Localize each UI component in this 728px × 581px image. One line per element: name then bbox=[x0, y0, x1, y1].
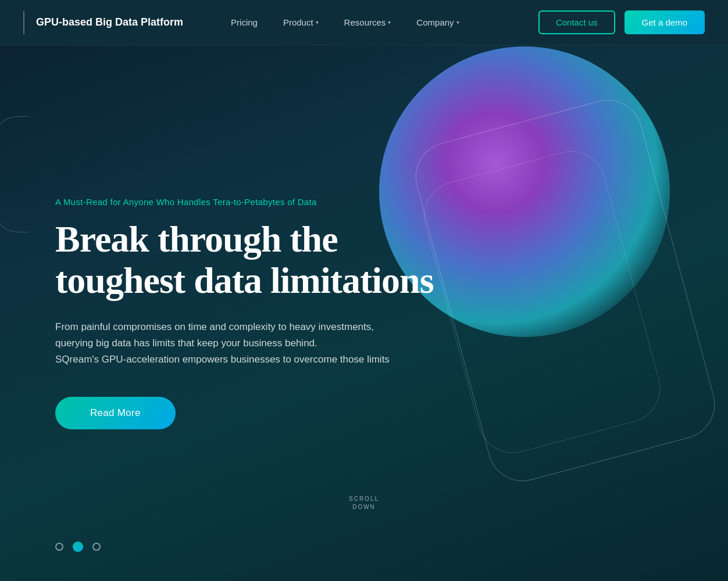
slide-dot-1[interactable] bbox=[55, 543, 63, 551]
chevron-down-icon: ▾ bbox=[456, 19, 459, 26]
nav-link-product[interactable]: Product ▾ bbox=[270, 0, 331, 45]
scroll-text-line2: DOWN bbox=[349, 503, 379, 511]
slide-dot-2[interactable] bbox=[73, 541, 83, 552]
navbar: GPU-based Big Data Platform Pricing Prod… bbox=[0, 0, 728, 45]
decorative-shape-2 bbox=[416, 144, 668, 461]
hero-description: From painful compromises on time and com… bbox=[55, 319, 416, 368]
nav-links: Pricing Product ▾ Resources ▾ Company ▾ bbox=[218, 0, 538, 45]
contact-us-button[interactable]: Contact us bbox=[538, 10, 615, 34]
chevron-down-icon: ▾ bbox=[316, 19, 319, 26]
slide-dots bbox=[55, 541, 101, 552]
get-demo-button[interactable]: Get a demo bbox=[624, 10, 705, 34]
hero-content: A Must-Read for Anyone Who Handles Tera-… bbox=[0, 197, 434, 429]
read-more-button[interactable]: Read More bbox=[55, 397, 176, 429]
hero-subtitle: A Must-Read for Anyone Who Handles Tera-… bbox=[55, 197, 434, 207]
brand-name: GPU-based Big Data Platform bbox=[36, 16, 183, 28]
hero-section: A Must-Read for Anyone Who Handles Tera-… bbox=[0, 0, 728, 581]
nav-link-pricing[interactable]: Pricing bbox=[218, 0, 270, 45]
nav-link-company[interactable]: Company ▾ bbox=[404, 0, 472, 45]
chevron-down-icon: ▾ bbox=[388, 19, 391, 26]
scroll-indicator: SCROLL DOWN bbox=[349, 495, 379, 511]
nav-actions: Contact us Get a demo bbox=[538, 10, 705, 34]
hero-title: Break through the toughest data limitati… bbox=[55, 218, 434, 302]
nav-link-resources[interactable]: Resources ▾ bbox=[331, 0, 404, 45]
slide-dot-3[interactable] bbox=[92, 543, 101, 551]
nav-divider bbox=[23, 11, 24, 34]
decorative-shape-1 bbox=[408, 92, 723, 489]
scroll-text-line1: SCROLL bbox=[349, 495, 379, 503]
